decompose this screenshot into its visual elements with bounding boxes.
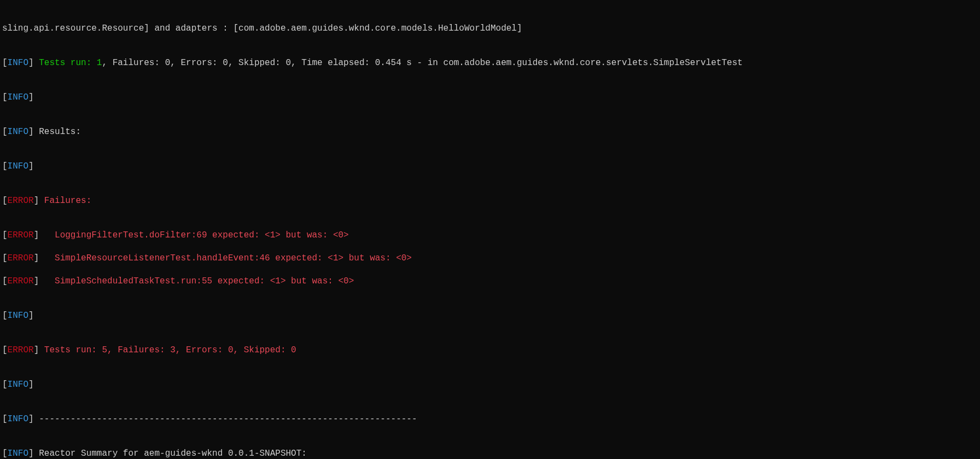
lead: sling.api.resource.Resource] and adapter… xyxy=(2,24,522,33)
tests-summary: Tests run: 5, Failures: 3, Errors: 0, Sk… xyxy=(44,345,296,355)
tag-info: INFO xyxy=(8,161,28,171)
reactor-header: Reactor Summary for aem-guides-wknd 0.0.… xyxy=(39,449,307,458)
tag-error: ERROR xyxy=(8,196,34,206)
tag-info: INFO xyxy=(8,58,28,68)
tag-info: INFO xyxy=(8,414,28,424)
tag-info: INFO xyxy=(8,92,28,102)
divider: ----------------------------------------… xyxy=(39,414,417,424)
terminal-output: sling.api.resource.Resource] and adapter… xyxy=(0,0,980,459)
tag-info: INFO xyxy=(8,127,28,137)
failure-1: LoggingFilterTest.doFilter:69 expected: … xyxy=(44,230,349,240)
tag-info: INFO xyxy=(8,449,28,458)
tag-error: ERROR xyxy=(8,345,34,355)
tests-run: Tests run: 1 xyxy=(39,58,102,68)
failure-3: SimpleScheduledTaskTest.run:55 expected:… xyxy=(44,276,354,286)
tests-run-rest: , Failures: 0, Errors: 0, Skipped: 0, Ti… xyxy=(102,58,653,68)
tests-run-class: SimpleServletTest xyxy=(654,58,743,68)
results-header: Results: xyxy=(39,127,81,137)
tag-error: ERROR xyxy=(8,230,34,240)
failure-2: SimpleResourceListenerTest.handleEvent:4… xyxy=(44,253,412,263)
failures-header: Failures: xyxy=(44,196,97,206)
tag-error: ERROR xyxy=(8,253,34,263)
tag-info: INFO xyxy=(8,380,28,390)
tag-error: ERROR xyxy=(8,276,34,286)
tag-info: INFO xyxy=(8,311,28,321)
